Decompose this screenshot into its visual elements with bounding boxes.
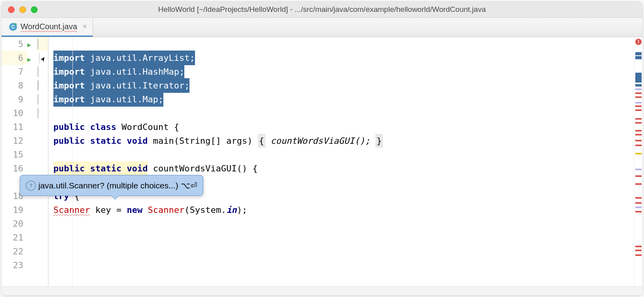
line-number: 7 — [2, 65, 27, 79]
code-text: public class — [53, 120, 116, 134]
stripe-mark[interactable] — [635, 105, 642, 107]
fold-end-icon — [39, 53, 40, 63]
stripe-mark[interactable] — [635, 84, 642, 86]
stripe-mark[interactable] — [635, 92, 642, 94]
code-text: WordCount { — [116, 120, 179, 134]
fold-toggle-icon[interactable] — [38, 66, 38, 77]
editor-tabs: C WordCount.java × — [2, 18, 642, 37]
line-number: 5 — [2, 37, 27, 51]
editor[interactable]: 5 6 7 8 9 10 11 12 15 16 18 19 20 21 22 … — [2, 37, 642, 286]
question-icon: ? — [26, 180, 36, 191]
fold-toggle-icon[interactable] — [38, 80, 38, 91]
stripe-mark[interactable] — [635, 202, 642, 204]
code-text: import — [53, 94, 85, 104]
stripe-mark[interactable] — [635, 145, 642, 146]
code-text: new — [127, 203, 142, 217]
code-text: main(String[] args) — [148, 134, 258, 148]
stripe-mark[interactable] — [635, 73, 642, 83]
code-text: countWordsViaGUI(); — [265, 134, 375, 148]
stripe-mark[interactable] — [635, 88, 642, 90]
stripe-mark[interactable] — [635, 175, 642, 177]
close-tab-icon[interactable]: × — [83, 23, 87, 31]
code-text: java.util.Iterator; — [85, 81, 189, 90]
stripe-mark[interactable] — [635, 246, 642, 247]
fold-placeholder[interactable]: } — [375, 134, 383, 148]
fold-toggle-icon[interactable] — [38, 39, 38, 49]
line-number: 20 — [2, 217, 27, 231]
line-number: 12 — [2, 134, 27, 148]
code-text: ); — [237, 203, 248, 217]
stripe-mark[interactable] — [635, 56, 642, 59]
code-text: public static void — [53, 164, 148, 173]
line-number: 22 — [2, 244, 27, 258]
line-number: 10 — [2, 106, 27, 120]
fold-toggle-icon[interactable] — [38, 94, 38, 105]
code-text: public static void — [53, 134, 148, 148]
stripe-mark[interactable] — [635, 211, 642, 212]
stripe-mark[interactable] — [635, 118, 642, 120]
stripe-mark[interactable] — [635, 183, 642, 185]
line-number: 11 — [2, 120, 27, 134]
stripe-mark[interactable] — [635, 102, 642, 103]
code-text: in — [226, 203, 237, 217]
stripe-mark[interactable] — [635, 254, 642, 256]
code-text: import — [53, 53, 85, 63]
ide-window: HelloWorld [~/IdeaProjects/HelloWorld] -… — [2, 2, 642, 295]
fold-gutter — [37, 37, 49, 286]
code-text: java.util.ArrayList; — [85, 53, 195, 63]
code-text: java.util.HashMap; — [85, 67, 184, 77]
stripe-mark[interactable] — [635, 169, 642, 170]
stripe-mark[interactable] — [635, 52, 642, 55]
title-bar: HelloWorld [~/IdeaProjects/HelloWorld] -… — [2, 2, 642, 18]
code-text: java.util.Map; — [85, 94, 163, 104]
code-text — [142, 203, 148, 217]
java-class-icon: C — [9, 23, 17, 31]
unresolved-symbol[interactable]: Scanner — [53, 203, 90, 217]
code-text: import — [53, 67, 85, 77]
code-text: countWordsViaGUI() { — [148, 162, 258, 175]
code-area[interactable]: import java.util.ArrayList; import java.… — [49, 37, 634, 286]
popup-tail — [111, 195, 119, 199]
unresolved-symbol[interactable]: Scanner — [148, 203, 184, 217]
maximize-window-button[interactable] — [31, 6, 38, 13]
status-bar — [2, 286, 642, 295]
code-text: import — [53, 81, 85, 90]
tab-filename: WordCount.java — [21, 22, 77, 31]
minimize-window-button[interactable] — [19, 6, 26, 13]
line-number: 15 — [2, 148, 27, 162]
stripe-mark[interactable] — [635, 153, 642, 154]
stripe-mark[interactable] — [635, 109, 642, 111]
run-gutter: ▶ ▶ — [27, 37, 37, 286]
run-main-icon[interactable]: ▶ — [27, 56, 31, 63]
code-text: key = — [90, 203, 127, 217]
fold-placeholder[interactable]: { — [258, 134, 265, 148]
tab-wordcount[interactable]: C WordCount.java × — [2, 18, 93, 37]
line-number: 8 — [2, 79, 27, 92]
fold-toggle-icon[interactable] — [38, 108, 38, 118]
indent-guide — [72, 37, 73, 286]
stripe-mark[interactable] — [635, 130, 642, 132]
hint-shortcut: ⌥⏎ — [181, 179, 197, 192]
stripe-mark[interactable] — [635, 134, 642, 135]
stripe-mark[interactable] — [635, 250, 642, 251]
error-stripe[interactable]: ! — [634, 37, 642, 286]
window-title: HelloWorld [~/IdeaProjects/HelloWorld] -… — [2, 5, 642, 14]
close-window-button[interactable] — [8, 6, 15, 13]
stripe-mark[interactable] — [635, 122, 642, 124]
import-hint-popup[interactable]: ? java.util.Scanner? (multiple choices..… — [20, 175, 203, 196]
code-text: (System. — [184, 203, 226, 217]
hint-text: java.util.Scanner? (multiple choices...) — [38, 179, 178, 192]
window-controls — [2, 6, 38, 13]
error-summary-icon[interactable]: ! — [635, 39, 642, 45]
stripe-mark[interactable] — [635, 197, 642, 199]
line-number: 16 — [2, 162, 27, 175]
line-number: 9 — [2, 92, 27, 106]
run-class-icon[interactable]: ▶ — [27, 41, 31, 49]
line-number: 21 — [2, 231, 27, 244]
line-number: 23 — [2, 258, 27, 272]
stripe-mark[interactable] — [635, 207, 642, 208]
stripe-mark[interactable] — [635, 140, 642, 141]
line-number: 6 — [2, 51, 27, 65]
line-number-gutter[interactable]: 5 6 7 8 9 10 11 12 15 16 18 19 20 21 22 … — [2, 37, 27, 286]
stripe-mark[interactable] — [635, 96, 642, 98]
